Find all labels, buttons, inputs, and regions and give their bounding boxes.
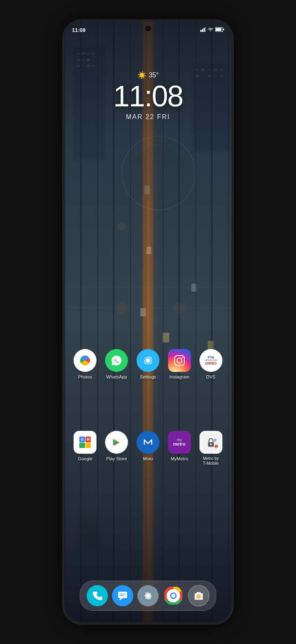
svg-point-57	[141, 435, 155, 450]
whatsapp-icon[interactable]	[105, 349, 128, 372]
dock-messages[interactable]	[112, 585, 133, 606]
weather-temperature: 35°	[149, 72, 159, 79]
metro-tmobile-label: Metro byT-Mobile	[203, 456, 219, 466]
app-mymetro[interactable]: my metro MyMetro	[165, 431, 194, 462]
svg-point-49	[177, 358, 182, 363]
svg-point-47	[146, 359, 150, 362]
clock-date: MAR 22 FRI	[65, 113, 231, 121]
dock-camera[interactable]	[188, 585, 209, 606]
app-moto[interactable]: Moto	[134, 431, 162, 462]
svg-rect-39	[202, 29, 203, 32]
status-time: 11:08	[72, 27, 85, 33]
svg-rect-3	[82, 52, 85, 55]
svg-rect-15	[146, 247, 151, 254]
metro-tmobile-icon[interactable]: T	[200, 431, 222, 454]
svg-rect-43	[216, 28, 222, 31]
svg-rect-36	[81, 517, 97, 549]
svg-rect-44	[223, 29, 224, 30]
instagram-label: Instagram	[169, 374, 189, 380]
app-row-1: Photos WhatsApp	[65, 349, 231, 380]
svg-rect-10	[87, 65, 90, 67]
svg-text:DIRBS: DIRBS	[205, 361, 217, 365]
svg-point-21	[130, 144, 187, 202]
wifi-icon	[208, 27, 213, 33]
google-folder-icon[interactable]: G M	[74, 431, 96, 454]
weather-row: ☀️ 35°	[65, 71, 231, 80]
google-label: Google	[78, 456, 92, 462]
gmail-icon: M	[85, 437, 91, 442]
app-instagram[interactable]: Instagram	[165, 349, 194, 380]
dock-settings[interactable]	[137, 585, 159, 606]
signal-icon	[200, 27, 206, 33]
dock-phone[interactable]	[87, 585, 108, 606]
clock-time: 11:08	[65, 81, 231, 111]
svg-point-23	[173, 302, 185, 314]
moto-label: Moto	[143, 456, 153, 462]
app-metro-tmobile[interactable]: T Metro byT-Mobile	[197, 431, 225, 466]
dock-chrome[interactable]	[163, 585, 184, 606]
svg-rect-41	[205, 27, 206, 32]
svg-rect-19	[191, 284, 196, 292]
svg-rect-35	[77, 513, 101, 554]
svg-text:T: T	[215, 446, 217, 448]
dock	[80, 581, 216, 611]
svg-rect-14	[144, 185, 150, 194]
clock-widget: ☀️ 35° 11:08 MAR 22 FRI	[65, 71, 231, 121]
playstore-label: Play Store	[106, 456, 127, 462]
moto-icon[interactable]	[137, 431, 159, 454]
app-dvs[interactable]: PTA DIRBS DVS	[197, 349, 225, 380]
app-playstore[interactable]: Play Store	[102, 431, 131, 462]
svg-rect-7	[82, 59, 85, 61]
svg-rect-38	[200, 30, 202, 32]
svg-rect-40	[204, 28, 205, 32]
instagram-icon[interactable]	[168, 349, 191, 372]
google-drive-icon	[79, 443, 85, 448]
weather-icon: ☀️	[137, 71, 146, 80]
mymetro-label: MyMetro	[170, 456, 188, 462]
svg-point-20	[122, 136, 195, 210]
svg-rect-9	[77, 65, 80, 67]
svg-rect-2	[77, 52, 80, 55]
google-g-icon: G	[79, 437, 85, 442]
phone-frame: 11:08 ☀️ 35° 11:08 MAR 22 FRI	[62, 19, 234, 625]
svg-rect-17	[163, 333, 169, 342]
mymetro-icon[interactable]: my metro	[168, 431, 191, 454]
whatsapp-label: WhatsApp	[106, 374, 127, 380]
playstore-icon[interactable]	[105, 431, 128, 454]
svg-point-74	[171, 594, 175, 598]
app-google[interactable]: G M Google	[71, 431, 99, 462]
photos-label: Photos	[78, 374, 92, 380]
svg-point-24	[118, 222, 126, 230]
svg-marker-66	[119, 598, 123, 601]
app-row-2: G M Google	[65, 431, 231, 466]
svg-text:PTA: PTA	[208, 356, 214, 359]
svg-point-22	[116, 302, 128, 314]
photos-icon[interactable]	[74, 349, 96, 372]
app-whatsapp[interactable]: WhatsApp	[102, 349, 131, 380]
svg-rect-65	[118, 592, 127, 598]
svg-rect-18	[208, 341, 213, 350]
svg-point-77	[202, 594, 203, 595]
battery-icon	[215, 27, 224, 33]
settings-icon[interactable]	[137, 349, 159, 372]
svg-rect-5	[92, 52, 95, 55]
status-icons	[200, 27, 224, 33]
svg-rect-8	[87, 59, 90, 61]
dvs-label: DVS	[206, 374, 215, 380]
svg-rect-4	[87, 52, 90, 55]
svg-rect-48	[175, 356, 184, 365]
screen: 11:08 ☀️ 35° 11:08 MAR 22 FRI	[65, 22, 231, 622]
settings-label: Settings	[140, 374, 156, 380]
svg-point-61	[210, 444, 212, 445]
svg-point-76	[197, 595, 200, 598]
svg-rect-6	[77, 59, 80, 61]
svg-point-62	[214, 441, 215, 442]
camera-notch	[145, 26, 151, 32]
google-photos-icon	[85, 443, 91, 448]
svg-point-50	[182, 357, 183, 358]
svg-point-51	[201, 350, 221, 371]
dvs-icon[interactable]: PTA DIRBS	[200, 349, 222, 372]
svg-rect-11	[92, 65, 95, 67]
app-photos[interactable]: Photos	[71, 349, 99, 380]
app-settings[interactable]: Settings	[134, 349, 162, 380]
